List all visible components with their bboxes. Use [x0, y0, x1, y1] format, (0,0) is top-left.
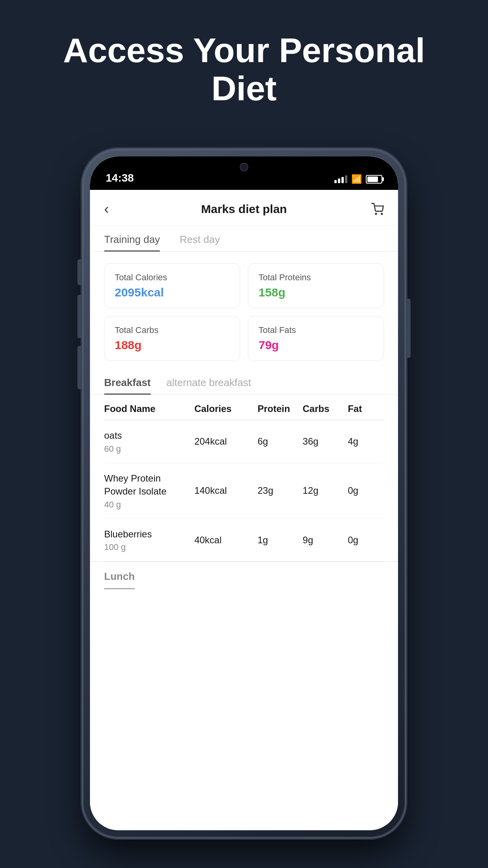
food-weight-whey: 40 g [104, 500, 194, 510]
food-name-blueberries: Blueberries [104, 528, 194, 541]
food-calories-whey: 140kcal [194, 485, 258, 496]
side-button-mute [77, 259, 81, 285]
food-calories-blueberries: 40kcal [194, 535, 258, 546]
svg-point-1 [381, 213, 382, 215]
food-weight-oats: 60 g [104, 444, 194, 454]
table-header: Food Name Calories Protein Carbs Fat [104, 395, 384, 420]
tab-training-day[interactable]: Training day [104, 226, 160, 251]
food-calories-oats: 204kcal [194, 436, 258, 447]
lunch-section: Lunch [90, 561, 398, 589]
food-fat-whey: 0g [348, 485, 384, 496]
signal-bar-3 [341, 177, 344, 183]
table-row: Blueberries 100 g 40kcal 1g 9g 0g [104, 519, 384, 562]
phone-screen: 14:38 📶 ‹ Marks diet plan [90, 156, 398, 830]
col-header-food-name: Food Name [104, 403, 194, 414]
food-table: Food Name Calories Protein Carbs Fat oat… [90, 395, 398, 561]
table-row: Whey Protein Powder Isolate 40 g 140kcal… [104, 463, 384, 519]
wifi-icon: 📶 [351, 174, 362, 184]
stat-label-calories: Total Calories [115, 272, 229, 283]
food-name-oats: oats [104, 429, 194, 442]
food-name-cell-blueberries: Blueberries 100 g [104, 528, 194, 553]
status-bar: 14:38 📶 [90, 156, 398, 190]
food-weight-blueberries: 100 g [104, 542, 194, 552]
stat-label-proteins: Total Proteins [259, 272, 373, 283]
food-carbs-oats: 36g [303, 436, 348, 447]
col-header-protein: Protein [257, 403, 303, 414]
stat-card-fats: Total Fats 79g [248, 316, 384, 361]
col-header-fat: Fat [348, 403, 384, 414]
stat-value-proteins: 158g [259, 286, 373, 299]
col-header-carbs: Carbs [303, 403, 348, 414]
food-protein-whey: 23g [257, 485, 303, 496]
day-tabs: Training day Rest day [90, 226, 398, 252]
app-content: ‹ Marks diet plan Training day Rest day [90, 190, 398, 830]
status-time: 14:38 [106, 172, 134, 184]
signal-bar-2 [338, 178, 340, 183]
stat-label-fats: Total Fats [259, 325, 373, 335]
meal-tabs: Breakfast alternate breakfast [90, 369, 398, 395]
food-name-cell-oats: oats 60 g [104, 429, 194, 454]
food-name-cell-whey: Whey Protein Powder Isolate 40 g [104, 472, 194, 510]
tab-lunch[interactable]: Lunch [104, 570, 135, 589]
food-carbs-whey: 12g [303, 485, 348, 496]
phone-mockup: 14:38 📶 ‹ Marks diet plan [83, 149, 405, 837]
side-button-vol-down [77, 346, 81, 389]
tab-rest-day[interactable]: Rest day [180, 226, 220, 251]
stat-value-carbs: 188g [115, 338, 229, 352]
cart-icon[interactable] [364, 203, 384, 215]
app-header: ‹ Marks diet plan [90, 190, 398, 226]
signal-bars-icon [334, 175, 347, 183]
stat-value-calories: 2095kcal [115, 286, 229, 299]
back-button[interactable]: ‹ [104, 201, 124, 217]
stat-card-calories: Total Calories 2095kcal [104, 263, 240, 308]
signal-bar-1 [334, 180, 337, 183]
side-button-power [407, 299, 411, 358]
page-title: Marks diet plan [201, 202, 287, 216]
food-protein-blueberries: 1g [257, 535, 303, 546]
food-protein-oats: 6g [257, 436, 303, 447]
col-header-calories: Calories [194, 403, 258, 414]
food-carbs-blueberries: 9g [303, 535, 348, 546]
status-icons: 📶 [334, 174, 382, 184]
battery-icon [366, 175, 382, 184]
stats-grid: Total Calories 2095kcal Total Proteins 1… [90, 252, 398, 369]
signal-bar-4 [345, 175, 347, 183]
table-row: oats 60 g 204kcal 6g 36g 4g [104, 420, 384, 463]
stat-card-carbs: Total Carbs 188g [104, 316, 240, 361]
stat-card-proteins: Total Proteins 158g [248, 263, 384, 308]
stat-value-fats: 79g [259, 338, 373, 352]
tab-alt-breakfast[interactable]: alternate breakfast [167, 369, 251, 394]
food-fat-blueberries: 0g [348, 535, 384, 546]
food-name-whey: Whey Protein Powder Isolate [104, 472, 194, 498]
side-button-vol-up [77, 295, 81, 338]
stat-label-carbs: Total Carbs [115, 325, 229, 335]
battery-fill [367, 177, 378, 182]
tab-breakfast[interactable]: Breakfast [104, 369, 151, 394]
food-fat-oats: 4g [348, 436, 384, 447]
hero-title: Access Your Personal Diet [0, 31, 488, 108]
svg-point-0 [376, 213, 377, 215]
